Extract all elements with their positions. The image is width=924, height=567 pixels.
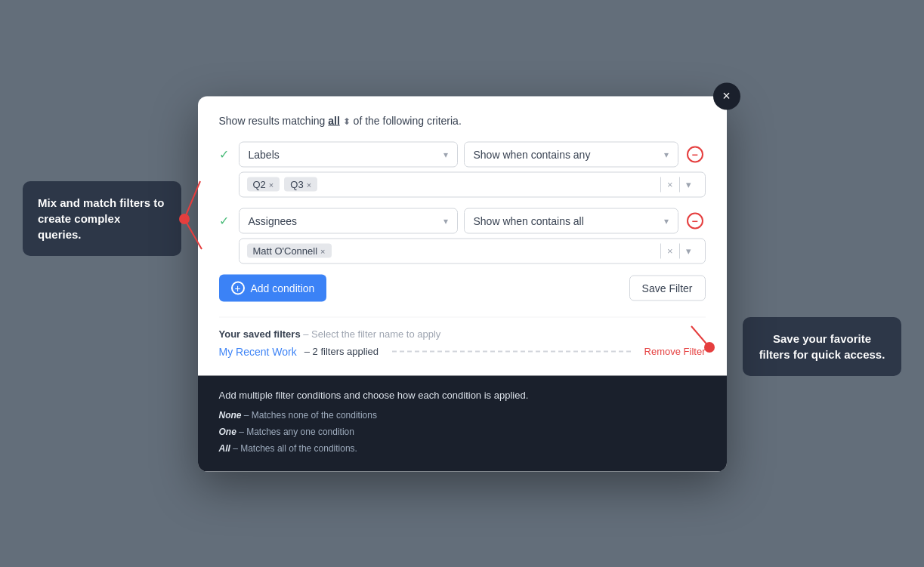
saved-filters-label: Your saved filters – Select the filter n… bbox=[219, 328, 706, 339]
modal-body: Show results matching all ⬍ of the follo… bbox=[198, 96, 727, 375]
tag-input-actions-1: × ▾ bbox=[660, 177, 697, 192]
footer-main-text: Add multiple filter conditions and choos… bbox=[219, 389, 706, 400]
saved-filter-link[interactable]: My Recent Work bbox=[219, 345, 297, 357]
filter1-tag-input[interactable]: Q2 × Q3 × × ▾ bbox=[239, 171, 706, 197]
tag-input-actions-2: × ▾ bbox=[660, 243, 697, 258]
filter-row-2: ✓ Assignees ▾ Show when contains all ▾ − bbox=[219, 208, 706, 233]
add-condition-button[interactable]: + Add condition bbox=[219, 274, 327, 301]
check-icon-1: ✓ bbox=[219, 147, 233, 162]
filter2-condition-select[interactable]: Show when contains all ▾ bbox=[464, 208, 678, 233]
chevron-down-icon: ▾ bbox=[443, 149, 448, 159]
tag-matt: Matt O'Connell × bbox=[247, 244, 332, 258]
filter-dots bbox=[392, 350, 631, 352]
footer-item-none: None – Matches none of the conditions bbox=[219, 408, 706, 421]
tag-q2-remove[interactable]: × bbox=[269, 180, 273, 189]
remove-icon-2: − bbox=[687, 212, 703, 229]
filter2-remove-button[interactable]: − bbox=[685, 210, 706, 231]
filter1-remove-button[interactable]: − bbox=[685, 143, 706, 165]
footer-item-one: One – Matches any one condition bbox=[219, 424, 706, 438]
tooltip-right: Save your favorite filters for quick acc… bbox=[743, 317, 901, 376]
chevron-down-icon: ▾ bbox=[664, 215, 669, 226]
close-button[interactable]: × bbox=[713, 82, 740, 109]
modal-wrapper: × Show results matching all ⬍ of the fol… bbox=[198, 96, 727, 471]
tag-expand-button-1[interactable]: ▾ bbox=[680, 179, 697, 190]
tag-clear-button-2[interactable]: × bbox=[661, 245, 679, 257]
modal-footer: Add multiple filter conditions and choos… bbox=[198, 375, 727, 471]
filter2-tag-input[interactable]: Matt O'Connell × × ▾ bbox=[239, 238, 706, 263]
filter1-tags-row: Q2 × Q3 × × ▾ bbox=[239, 171, 706, 197]
tag-q2: Q2 × bbox=[247, 177, 280, 192]
check-icon-2: ✓ bbox=[219, 214, 233, 228]
modal: Show results matching all ⬍ of the follo… bbox=[198, 96, 727, 471]
tooltip-left: Mix and match filters to create complex … bbox=[23, 181, 181, 256]
footer-item-all: All – Matches all of the conditions. bbox=[219, 441, 706, 455]
modal-header: Show results matching all ⬍ of the follo… bbox=[219, 114, 706, 126]
filter1-label-select[interactable]: Labels ▾ bbox=[239, 141, 458, 167]
filter-count: – 2 filters applied bbox=[304, 346, 379, 357]
saved-filters-section: Your saved filters – Select the filter n… bbox=[219, 316, 706, 357]
save-filter-button[interactable]: Save Filter bbox=[629, 275, 706, 300]
actions-row: + Add condition Save Filter bbox=[219, 274, 706, 301]
saved-filter-row: My Recent Work – 2 filters applied Remov… bbox=[219, 345, 706, 357]
remove-icon-1: − bbox=[687, 146, 703, 162]
tag-q3-remove[interactable]: × bbox=[307, 180, 311, 189]
plus-circle-icon: + bbox=[231, 281, 245, 294]
tag-expand-button-2[interactable]: ▾ bbox=[680, 245, 697, 257]
chevron-down-icon: ▾ bbox=[664, 149, 669, 159]
filter-row-1: ✓ Labels ▾ Show when contains any ▾ − bbox=[219, 141, 706, 167]
tag-q3: Q3 × bbox=[284, 177, 317, 192]
filter2-label-select[interactable]: Assignees ▾ bbox=[239, 208, 458, 233]
filter2-tags-row: Matt O'Connell × × ▾ bbox=[239, 238, 706, 263]
chevron-down-icon: ▾ bbox=[443, 215, 448, 226]
remove-filter-button[interactable]: Remove Filter bbox=[644, 346, 706, 357]
tag-matt-remove[interactable]: × bbox=[320, 246, 325, 255]
filter1-condition-select[interactable]: Show when contains any ▾ bbox=[464, 141, 678, 167]
tag-clear-button-1[interactable]: × bbox=[661, 179, 679, 190]
